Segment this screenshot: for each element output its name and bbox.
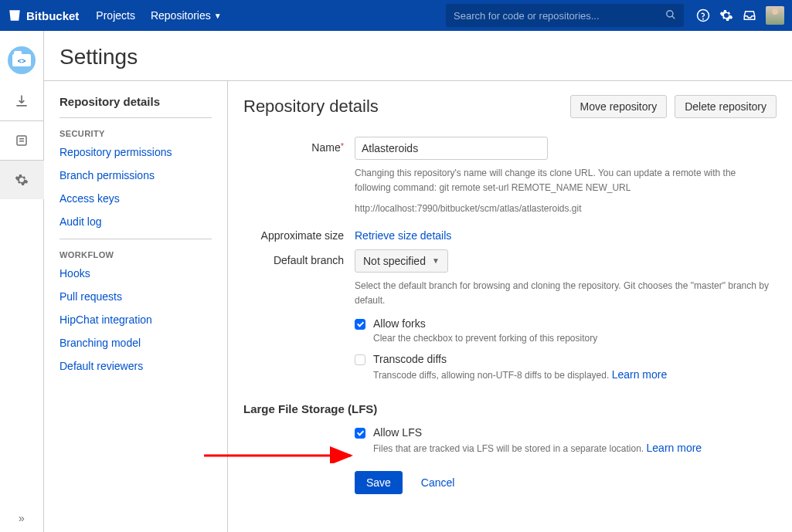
rail-clone-icon[interactable]: [0, 82, 44, 120]
retrieve-size-link[interactable]: Retrieve size details: [355, 229, 451, 242]
sidebar-link-pull-requests[interactable]: Pull requests: [59, 290, 212, 303]
name-label: Name*: [243, 137, 355, 217]
sidebar-link-hooks[interactable]: Hooks: [59, 267, 212, 280]
svg-line-1: [672, 15, 675, 19]
delete-repository-button[interactable]: Delete repository: [675, 95, 777, 118]
main-panel: Repository details Move repository Delet…: [228, 81, 792, 532]
user-avatar[interactable]: [766, 6, 784, 25]
lfs-section-title: Large File Storage (LFS): [243, 402, 777, 415]
panel-title: Repository details: [243, 97, 570, 117]
top-icon-group: [692, 4, 784, 27]
allow-lfs-checkbox[interactable]: [355, 428, 365, 439]
size-label: Approximate size: [243, 225, 355, 242]
allow-lfs-label: Allow LFS: [373, 426, 702, 439]
name-help-1: Changing this repository's name will cha…: [355, 166, 772, 195]
nav-projects[interactable]: Projects: [96, 9, 135, 22]
brand-text: Bitbucket: [26, 9, 79, 22]
rail-repo-icon[interactable]: <>: [0, 39, 44, 82]
search-box[interactable]: [446, 4, 684, 27]
search-icon: [665, 9, 676, 22]
sidebar-workflow-heading: WORKFLOW: [59, 250, 212, 259]
name-help-2: http://localhost:7990/bitbucket/scm/atla…: [355, 202, 772, 216]
sidebar-security-heading: SECURITY: [59, 129, 212, 138]
cancel-button[interactable]: Cancel: [412, 472, 464, 493]
nav-repositories[interactable]: Repositories▼: [151, 9, 222, 22]
caret-down-icon: ▼: [214, 12, 222, 20]
page-header: Settings: [44, 31, 792, 80]
name-input[interactable]: [355, 137, 548, 160]
svg-point-3: [703, 19, 704, 19]
rail-settings-icon[interactable]: [0, 161, 44, 199]
sidebar-link-repo-permissions[interactable]: Repository permissions: [59, 146, 212, 158]
transcode-diffs-checkbox[interactable]: [355, 354, 365, 365]
sidebar-link-default-reviewers[interactable]: Default reviewers: [59, 360, 212, 372]
admin-gear-icon[interactable]: [715, 4, 738, 27]
rail-expand-icon[interactable]: »: [0, 512, 43, 524]
brand-logo[interactable]: Bitbucket: [8, 8, 79, 22]
allow-forks-help: Clear the checkbox to prevent forking of…: [373, 333, 597, 344]
lfs-learn-more-link[interactable]: Learn more: [647, 442, 702, 454]
default-branch-help: Select the default branch for browsing a…: [355, 279, 772, 308]
transcode-diffs-label: Transcode diffs: [373, 353, 667, 365]
default-branch-dropdown[interactable]: Not specified ▼: [355, 249, 448, 273]
move-repository-button[interactable]: Move repository: [570, 95, 668, 118]
help-icon[interactable]: [692, 4, 715, 27]
caret-down-icon: ▼: [432, 256, 440, 265]
rail-source-icon[interactable]: [0, 121, 44, 160]
settings-sidebar: Repository details SECURITY Repository p…: [44, 81, 228, 532]
sidebar-title: Repository details: [59, 95, 212, 118]
left-rail: <> »: [0, 31, 44, 532]
inbox-icon[interactable]: [738, 4, 761, 27]
save-button[interactable]: Save: [355, 471, 403, 494]
sidebar-link-access-keys[interactable]: Access keys: [59, 192, 212, 205]
allow-forks-checkbox[interactable]: [355, 319, 365, 330]
top-navigation: Bitbucket Projects Repositories▼: [0, 0, 792, 31]
page-title: Settings: [59, 45, 777, 69]
transcode-learn-more-link[interactable]: Learn more: [612, 368, 668, 381]
allow-forks-label: Allow forks: [373, 317, 597, 330]
allow-lfs-help: Files that are tracked via LFS will be s…: [373, 442, 702, 454]
default-branch-label: Default branch: [243, 249, 355, 381]
sidebar-link-branch-permissions[interactable]: Branch permissions: [59, 169, 212, 181]
svg-point-0: [667, 10, 673, 16]
sidebar-link-hipchat[interactable]: HipChat integration: [59, 313, 212, 326]
search-input[interactable]: [454, 10, 665, 22]
bitbucket-icon: [8, 8, 22, 22]
sidebar-link-branching-model[interactable]: Branching model: [59, 337, 212, 349]
transcode-diffs-help: Transcode diffs, allowing non-UTF-8 diff…: [373, 368, 667, 381]
sidebar-link-audit-log[interactable]: Audit log: [59, 215, 212, 228]
